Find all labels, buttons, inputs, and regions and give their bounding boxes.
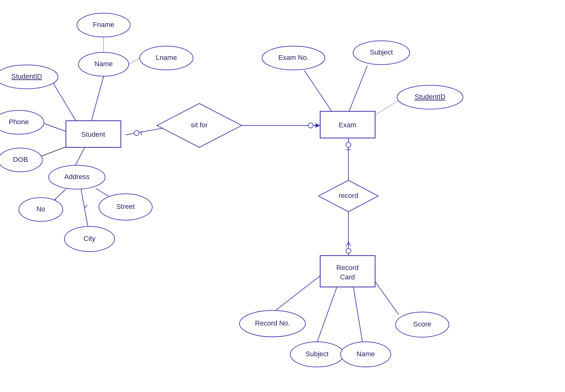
svg-line-29 bbox=[348, 242, 351, 246]
svg-line-3 bbox=[129, 58, 140, 64]
svg-marker-19 bbox=[315, 123, 320, 128]
svg-point-15 bbox=[134, 130, 139, 135]
score-label: Score bbox=[413, 320, 431, 328]
svg-line-13 bbox=[84, 205, 87, 208]
no-label: No bbox=[36, 205, 45, 213]
student-id-label: StudentID bbox=[11, 72, 42, 80]
student-label: Student bbox=[81, 130, 105, 138]
svg-point-24 bbox=[346, 142, 351, 147]
record-card-label-line2: Card bbox=[340, 273, 355, 281]
svg-line-31 bbox=[317, 285, 337, 342]
city-label: City bbox=[83, 235, 95, 242]
record-label: record bbox=[339, 192, 358, 199]
record-card-label-line1: Record bbox=[336, 264, 359, 272]
svg-point-18 bbox=[308, 123, 313, 128]
svg-line-4 bbox=[91, 76, 104, 122]
dob-label: DOB bbox=[13, 156, 28, 163]
name-rc-label: Name bbox=[357, 350, 375, 358]
student-id2-label: StudentID bbox=[415, 93, 445, 101]
svg-line-8 bbox=[75, 147, 85, 165]
svg-line-32 bbox=[353, 285, 363, 342]
svg-point-27 bbox=[346, 248, 351, 253]
lname-label: Lname bbox=[156, 54, 177, 61]
svg-line-28 bbox=[346, 242, 348, 246]
phone-label: Phone bbox=[9, 118, 29, 126]
street-label: Street bbox=[116, 203, 135, 210]
fname-label: Fname bbox=[93, 21, 114, 29]
svg-line-30 bbox=[273, 271, 326, 312]
sit-for-label: sit for bbox=[191, 121, 208, 129]
svg-line-21 bbox=[348, 66, 367, 113]
svg-line-22 bbox=[374, 100, 399, 116]
address-label: Address bbox=[64, 173, 90, 181]
record-no-label: Record No. bbox=[255, 319, 290, 327]
svg-line-20 bbox=[304, 71, 333, 113]
subject-exam-label: Subject bbox=[370, 48, 393, 56]
exam-label: Exam bbox=[339, 121, 356, 129]
subject-rc-label: Subject bbox=[305, 350, 328, 358]
exam-no-label: Exam No. bbox=[278, 54, 309, 61]
svg-line-5 bbox=[52, 81, 77, 122]
name-label: Name bbox=[94, 60, 113, 68]
